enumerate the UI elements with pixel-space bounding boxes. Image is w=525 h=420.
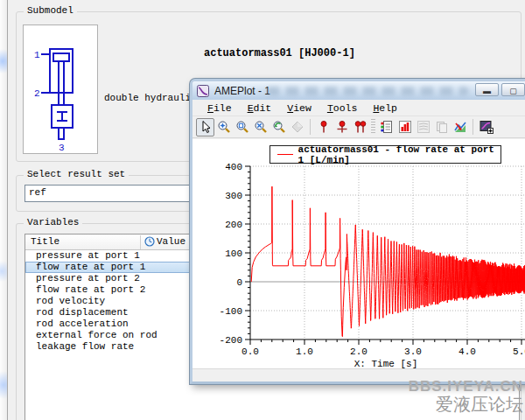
svg-text:3.0: 3.0 xyxy=(404,346,422,357)
submodel-sketch: 1 2 3 xyxy=(23,24,98,154)
menu-edit[interactable]: Edit xyxy=(240,101,280,116)
zoom-box-icon[interactable] xyxy=(233,118,251,136)
svg-text:-100: -100 xyxy=(220,306,242,317)
svg-text:-200: -200 xyxy=(220,335,242,346)
flow-rate-chart[interactable]: 4003002001000-100-2000.01.02.03.04.05.0X… xyxy=(192,139,525,370)
menu-view[interactable]: View xyxy=(279,101,319,116)
toolbar-separator xyxy=(472,119,473,135)
svg-text:300: 300 xyxy=(225,191,242,201)
result-set-group-label: Select result set xyxy=(24,169,129,179)
svg-text:100: 100 xyxy=(225,248,242,259)
minimize-button[interactable]: ▬ xyxy=(475,83,499,96)
hydraulic-cylinder-icon: 1 2 3 xyxy=(24,25,97,153)
menubar: FileEditViewToolsHelp xyxy=(192,100,525,116)
menu-help[interactable]: Help xyxy=(365,101,405,116)
copy-page-icon xyxy=(432,118,451,136)
menu-file[interactable]: File xyxy=(200,101,240,116)
svg-text:1.0: 1.0 xyxy=(296,346,313,357)
variables-group-label: Variables xyxy=(24,217,82,228)
menu-tools[interactable]: Tools xyxy=(319,101,366,116)
svg-text:200: 200 xyxy=(225,220,242,230)
column-header-value[interactable]: Value xyxy=(144,236,186,247)
port-3-label: 3 xyxy=(59,143,65,153)
row-title: pressure at port 2 xyxy=(36,273,140,284)
new-graph-icon[interactable] xyxy=(477,118,495,136)
row-title: flow rate at port 1 xyxy=(36,262,145,273)
curve-3d-icon[interactable] xyxy=(451,118,469,136)
legend-line-sample xyxy=(277,154,293,155)
column-separator[interactable] xyxy=(140,235,141,249)
parent-window-edge xyxy=(0,0,8,420)
svg-text:5.0: 5.0 xyxy=(513,346,525,357)
clock-icon xyxy=(144,236,155,247)
row-title: flow rate at port 2 xyxy=(36,284,145,296)
zoom-out-icon[interactable] xyxy=(251,118,270,136)
svg-text:2.0: 2.0 xyxy=(350,346,368,357)
maximize-button[interactable]: ▢ xyxy=(501,83,525,96)
port-1-label: 1 xyxy=(34,50,40,60)
toolbar-grip[interactable] xyxy=(371,119,375,135)
svg-text:0.0: 0.0 xyxy=(242,346,259,357)
ameplot-app-icon xyxy=(197,85,209,97)
port-2-label: 2 xyxy=(34,88,40,99)
ameplot-statusbar xyxy=(192,368,525,382)
legend-label: actuatormass01 - flow rate at port 1 [L/… xyxy=(298,144,500,165)
zoom-dynamic-icon[interactable] xyxy=(214,118,233,136)
cursor-double-icon[interactable] xyxy=(351,118,369,136)
svg-text:0: 0 xyxy=(236,277,242,288)
row-title: external force on rod xyxy=(36,330,158,341)
post-processing-icon[interactable] xyxy=(377,118,396,136)
select-cursor-icon[interactable] xyxy=(196,118,214,136)
plot-legend[interactable]: actuatormass01 - flow rate at port 1 [L/… xyxy=(270,145,501,164)
blurred-watermark xyxy=(267,87,468,95)
row-title: rod acceleration xyxy=(36,318,129,330)
cursor-single-icon[interactable] xyxy=(314,118,332,136)
cursor-cross-icon[interactable] xyxy=(332,118,351,136)
toolbar xyxy=(192,116,525,138)
rotate-3d-icon xyxy=(288,118,306,136)
zoom-previous-icon[interactable] xyxy=(270,118,288,136)
contour-icon xyxy=(414,118,432,136)
svg-text:400: 400 xyxy=(225,162,242,172)
window-title: AMEPlot - 1 xyxy=(214,85,270,97)
bar-graph-icon[interactable] xyxy=(396,118,414,136)
submodel-group-label: Submodel xyxy=(24,5,77,16)
ameplot-window: AMEPlot - 1 ▬ ▢ FileEditViewToolsHelp ac… xyxy=(190,79,525,384)
svg-text:4.0: 4.0 xyxy=(458,346,476,357)
ameplot-titlebar[interactable]: AMEPlot - 1 ▬ ▢ xyxy=(192,81,525,100)
plot-canvas[interactable]: actuatormass01 - flow rate at port 1 [L/… xyxy=(192,139,525,370)
column-header-title[interactable]: Title xyxy=(31,236,60,247)
row-title: rod velocity xyxy=(36,296,105,307)
row-title: pressure at port 1 xyxy=(36,250,140,262)
component-title: actuatormass01 [HJ000-1] xyxy=(204,47,355,60)
toolbar-separator xyxy=(310,119,311,135)
row-title: leakage flow rate xyxy=(36,341,134,353)
row-title: rod displacement xyxy=(36,307,129,318)
